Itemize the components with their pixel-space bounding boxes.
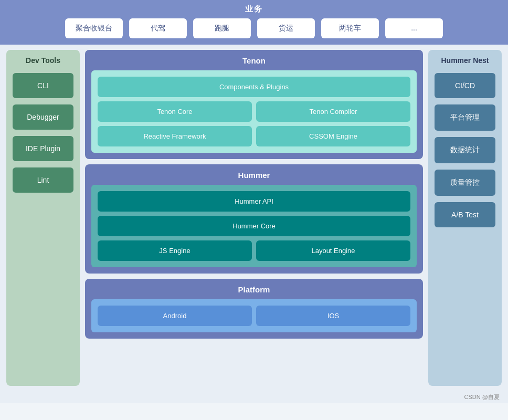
android: Android [98,306,252,326]
business-item-4[interactable]: 两轮车 [321,18,379,38]
layout-engine: Layout Engine [256,240,410,261]
components-plugins: Components & Plugins [98,77,410,97]
dev-tools-debugger[interactable]: Debugger [13,104,73,130]
hummer-nest-ab-test[interactable]: A/B Test [435,202,495,227]
hummer-section: Hummer Hummer API Hummer Core JS Engine … [85,164,423,274]
tenon-core: Tenon Core [98,101,252,122]
business-item-1[interactable]: 代驾 [129,18,187,38]
tenon-section: Tenon Components & Plugins Tenon Core Te… [85,50,423,159]
business-section: 业务 聚合收银台 代驾 跑腿 货运 两轮车 ... [0,0,508,45]
hummer-nest-quality[interactable]: 质量管控 [435,170,495,196]
ios: IOS [256,306,410,326]
platform-title: Platform [91,285,417,294]
business-item-0[interactable]: 聚合收银台 [65,18,123,38]
tenon-title: Tenon [91,56,417,65]
dev-tools-cli[interactable]: CLI [13,73,73,98]
footer: CSDN @自夏 [0,391,508,403]
tenon-compiler: Tenon Compiler [256,101,410,122]
business-title: 业务 [6,4,502,14]
business-item-5[interactable]: ... [385,18,443,38]
platform-inner: Android IOS [91,299,417,332]
hummer-api: Hummer API [98,191,410,212]
business-item-2[interactable]: 跑腿 [193,18,251,38]
main-content: Dev Tools CLI Debugger IDE Plugin Lint T… [0,45,508,391]
hummer-nest-data-stats[interactable]: 数据统计 [435,137,495,163]
cssom-engine: CSSOM Engine [256,126,410,146]
dev-tools-lint[interactable]: Lint [13,167,73,193]
hummer-nest-sidebar: Hummer Nest CI/CD 平台管理 数据统计 质量管控 A/B Tes… [428,50,502,386]
hummer-row-engines: JS Engine Layout Engine [98,240,410,261]
reactive-framework: Reactive Framework [98,126,252,146]
hummer-nest-cicd[interactable]: CI/CD [435,73,495,98]
tenon-inner: Components & Plugins Tenon Core Tenon Co… [91,70,417,153]
hummer-inner: Hummer API Hummer Core JS Engine Layout … [91,185,417,267]
tenon-row-reactive-cssom: Reactive Framework CSSOM Engine [98,126,410,146]
hummer-core: Hummer Core [98,216,410,236]
business-items: 聚合收银台 代驾 跑腿 货运 两轮车 ... [6,18,502,38]
tenon-row-core-compiler: Tenon Core Tenon Compiler [98,101,410,122]
dev-tools-sidebar: Dev Tools CLI Debugger IDE Plugin Lint [6,50,80,386]
hummer-title: Hummer [91,171,417,180]
business-item-3[interactable]: 货运 [257,18,315,38]
footer-text: CSDN @自夏 [464,394,500,400]
hummer-nest-platform-mgmt[interactable]: 平台管理 [435,104,495,131]
hummer-nest-title: Hummer Nest [441,56,489,65]
center-content: Tenon Components & Plugins Tenon Core Te… [85,50,423,386]
dev-tools-ide-plugin[interactable]: IDE Plugin [13,136,73,161]
platform-section: Platform Android IOS [85,279,423,339]
js-engine: JS Engine [98,240,252,261]
dev-tools-title: Dev Tools [26,56,60,65]
